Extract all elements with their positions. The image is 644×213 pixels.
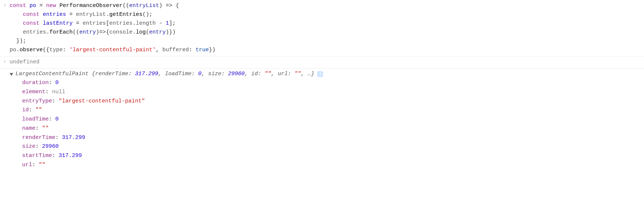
property-value: null bbox=[52, 89, 65, 95]
input-prompt-icon: › bbox=[0, 1, 10, 8]
summary-value: "" bbox=[264, 71, 271, 77]
console-input-row[interactable]: › const po = new PerformanceObserver((en… bbox=[0, 0, 644, 56]
disclosure-triangle-icon[interactable] bbox=[10, 73, 13, 76]
summary-key: size: bbox=[208, 71, 228, 77]
property-value: 29960 bbox=[42, 143, 59, 150]
console-result-row: ‹ undefined bbox=[0, 56, 644, 69]
property-value: "largest-contentful-paint" bbox=[59, 98, 145, 104]
summary-value: "" bbox=[294, 71, 301, 77]
object-property[interactable]: id: "" bbox=[22, 106, 644, 115]
property-key: url bbox=[22, 162, 32, 168]
property-value: "" bbox=[35, 107, 42, 113]
property-key: entryType bbox=[22, 98, 52, 104]
summary-key: renderTime: bbox=[95, 71, 135, 77]
summary-value: 0 bbox=[198, 71, 201, 77]
property-value: "" bbox=[42, 125, 49, 132]
object-properties: duration: 0element: nullentryType: "larg… bbox=[10, 78, 644, 170]
object-property[interactable]: duration: 0 bbox=[22, 78, 644, 88]
property-key: renderTime bbox=[22, 135, 55, 141]
console-log-row: LargestContentfulPaint {renderTime: 317.… bbox=[0, 69, 644, 170]
summary-value: 317.299 bbox=[135, 71, 158, 77]
console-input-code[interactable]: const po = new PerformanceObserver((entr… bbox=[10, 1, 644, 55]
property-value: 317.299 bbox=[62, 135, 85, 141]
devtools-console: › const po = new PerformanceObserver((en… bbox=[0, 0, 644, 170]
summary-key: loadTime: bbox=[165, 71, 198, 77]
property-value: 317.299 bbox=[59, 153, 82, 159]
object-property[interactable]: startTime: 317.299 bbox=[22, 151, 644, 161]
summary-key: url: bbox=[278, 71, 294, 77]
object-property[interactable]: renderTime: 317.299 bbox=[22, 133, 644, 143]
info-icon[interactable]: i bbox=[317, 71, 323, 77]
object-summary[interactable]: LargestContentfulPaint {renderTime: 317.… bbox=[10, 70, 644, 78]
property-key: name bbox=[22, 125, 35, 132]
property-key: size bbox=[22, 143, 35, 150]
object-property[interactable]: size: 29960 bbox=[22, 142, 644, 151]
summary-value: 29960 bbox=[228, 71, 245, 77]
object-property[interactable]: entryType: "largest-contentful-paint" bbox=[22, 97, 644, 106]
object-class-name: LargestContentfulPaint bbox=[15, 71, 89, 77]
log-gutter bbox=[0, 70, 10, 71]
property-value: "" bbox=[39, 162, 45, 168]
property-key: loadTime bbox=[22, 116, 49, 122]
property-value: 0 bbox=[55, 80, 59, 86]
object-property[interactable]: element: null bbox=[22, 88, 644, 97]
output-prompt-icon: ‹ bbox=[0, 58, 10, 64]
summary-key: id: bbox=[251, 71, 264, 77]
object-property[interactable]: loadTime: 0 bbox=[22, 115, 644, 124]
property-key: id bbox=[22, 107, 29, 113]
object-property[interactable]: name: "" bbox=[22, 124, 644, 133]
property-key: startTime bbox=[22, 153, 52, 159]
property-key: element bbox=[22, 89, 45, 95]
console-result-value: undefined bbox=[10, 58, 644, 67]
property-value: 0 bbox=[55, 116, 59, 122]
property-key: duration bbox=[22, 80, 49, 86]
object-property[interactable]: url: "" bbox=[22, 161, 644, 170]
